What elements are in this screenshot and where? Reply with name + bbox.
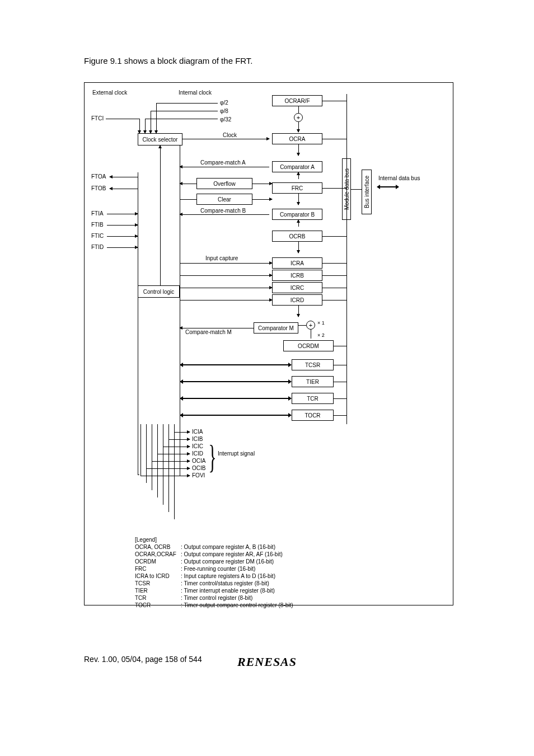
legend-key: OCRDM — [135, 558, 181, 565]
ftia-pin: FTIA — [91, 210, 104, 217]
bidir-icon — [180, 363, 292, 367]
frt-block-diagram: External clock Internal clock φ/2 φ/8 φ/… — [84, 82, 453, 605]
legend-val: : Output compare register DM (16-bit) — [181, 558, 274, 565]
comparator-b-block: Comparator B — [272, 209, 322, 220]
adder-icon: + — [294, 113, 303, 122]
adder2-icon: + — [306, 321, 315, 330]
ftci-pin: FTCI — [91, 115, 104, 121]
control-logic-block: Control logic — [138, 285, 180, 298]
legend-val: : Output compare register AR, AF (16-bit… — [181, 551, 283, 558]
clock-label: Clock — [223, 132, 237, 138]
ocrb-reg: OCRB — [272, 231, 322, 242]
icrb-reg: ICRB — [272, 270, 322, 281]
legend-val: : Timer interrupt enable register (8-bit… — [181, 587, 275, 594]
overflow-block: Overflow — [196, 178, 252, 189]
legend-val: : Input capture registers A to D (16-bit… — [181, 572, 275, 580]
icid-int: ICID — [192, 450, 203, 457]
legend-key: TCR — [135, 594, 181, 602]
legend-val: : Timer control/status register (8-bit) — [181, 580, 269, 587]
ftic-pin: FTIC — [91, 233, 104, 239]
clear-block: Clear — [196, 194, 252, 205]
legend-key: TOCR — [135, 602, 181, 609]
legend-key: ICRA to ICRD — [135, 572, 181, 580]
icib-int: ICIB — [192, 436, 203, 442]
bus-interface-block: Bus interface — [362, 170, 372, 214]
phi8-label: φ/8 — [220, 108, 228, 114]
bidir-icon — [180, 413, 292, 417]
phi2-label: φ/2 — [220, 100, 228, 106]
ftid-pin: FTID — [91, 244, 104, 250]
icic-int: ICIC — [192, 443, 203, 449]
icia-int: ICIA — [192, 429, 203, 435]
legend-key: OCRA, OCRB — [135, 543, 181, 551]
internal-data-bus-label: Internal data bus — [378, 175, 420, 181]
phi32-label: φ/32 — [220, 116, 231, 123]
tcr-reg: TCR — [292, 393, 334, 404]
ocrdm-reg: OCRDM — [283, 340, 334, 351]
legend-key: OCRAR,OCRAF — [135, 551, 181, 558]
icra-reg: ICRA — [272, 257, 322, 269]
ftob-pin: FTOB — [91, 185, 106, 191]
internal-clock-label: Internal clock — [179, 90, 212, 96]
legend-val: : Output compare register A, B (16-bit) — [181, 543, 275, 551]
intro-text: Figure 9.1 shows a block diagram of the … — [84, 56, 450, 65]
tcsr-reg: TCSR — [292, 359, 334, 370]
ocia-int: OCIA — [192, 458, 205, 464]
legend-val: : Free-running counter (16-bit) — [181, 565, 255, 572]
external-clock-label: External clock — [92, 90, 127, 96]
bidir-icon — [180, 396, 292, 401]
ocrar-f-reg: OCRAR/F — [272, 95, 322, 106]
legend-title: [Legend] — [135, 536, 293, 543]
comparator-m-block: Comparator M — [254, 322, 298, 334]
ftib-pin: FTIB — [91, 222, 104, 228]
bidir-icon — [180, 379, 292, 384]
tocr-reg: TOCR — [292, 410, 334, 421]
legend-key: TIER — [135, 587, 181, 594]
bidir-icon — [377, 185, 399, 189]
clock-selector-block: Clock selector — [138, 133, 182, 145]
legend-key: TCSR — [135, 580, 181, 587]
tier-reg: TIER — [292, 376, 334, 387]
icrd-reg: ICRD — [272, 294, 322, 306]
curly-brace-icon: } — [208, 440, 216, 473]
renesas-logo: RENESAS — [0, 655, 534, 669]
compare-match-m-label: Compare-match M — [185, 329, 232, 335]
fovi-int: FOVI — [192, 472, 205, 478]
legend-val: : Timer output compare control register … — [181, 602, 293, 609]
x1-label: × 1 — [317, 320, 325, 326]
ftoa-pin: FTOA — [91, 173, 106, 180]
ocib-int: OCIB — [192, 465, 205, 471]
frc-reg: FRC — [272, 182, 322, 194]
input-capture-label: Input capture — [205, 255, 238, 261]
legend: [Legend] OCRA, OCRB: Output compare regi… — [135, 536, 293, 609]
compare-match-a-label: Compare-match A — [200, 159, 246, 166]
legend-val: : Timer control register (8-bit) — [181, 594, 252, 602]
interrupt-signal-label: Interrupt signal — [218, 450, 255, 457]
legend-key: FRC — [135, 565, 181, 572]
icrc-reg: ICRC — [272, 282, 322, 293]
compare-match-b-label: Compare-match B — [200, 208, 246, 214]
x2-label: × 2 — [317, 332, 325, 338]
ocra-reg: OCRA — [272, 133, 322, 144]
comparator-a-block: Comparator A — [272, 161, 322, 172]
